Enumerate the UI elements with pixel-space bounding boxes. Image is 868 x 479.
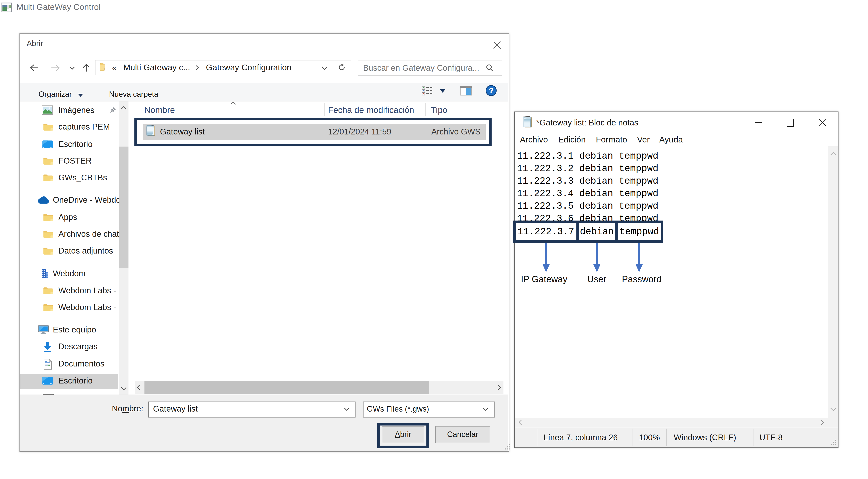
svg-text:?: ? xyxy=(489,87,494,95)
